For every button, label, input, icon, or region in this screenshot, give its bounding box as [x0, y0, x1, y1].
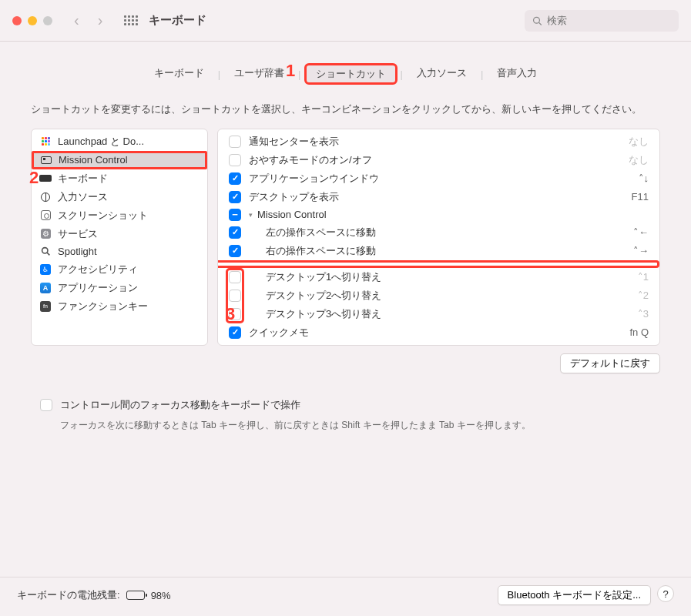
category-label: サービス: [58, 227, 98, 241]
shortcut-checkbox[interactable]: [229, 226, 241, 239]
shortcut-checkbox[interactable]: [229, 326, 241, 339]
shortcut-key[interactable]: なし: [629, 153, 649, 167]
tab-input-sources[interactable]: 入力ソース: [406, 63, 478, 85]
shortcut-row[interactable]: 通知センターを表示なし: [218, 132, 659, 151]
shortcut-row[interactable]: デスクトップ3へ切り替え˄3: [218, 305, 659, 323]
app-icon: [39, 282, 52, 294]
tab-user-dict[interactable]: ユーザ辞書: [223, 63, 295, 85]
shortcut-checkbox[interactable]: [229, 136, 241, 148]
focus-label: コントロール間のフォーカス移動をキーボードで操作: [60, 398, 300, 412]
shortcut-row[interactable]: おやすみモードのオン/オフなし: [218, 151, 659, 169]
back-button[interactable]: ‹: [74, 12, 79, 29]
category-item[interactable]: Spotlight: [32, 243, 207, 260]
category-item[interactable]: ⚙サービス: [32, 225, 207, 243]
shortcut-label: 右の操作スペースに移動: [249, 244, 626, 258]
category-item[interactable]: fnファンクションキー: [32, 297, 207, 316]
shortcut-key[interactable]: ˄2: [638, 290, 649, 301]
category-label: ファンクションキー: [58, 300, 148, 313]
shortcut-key[interactable]: ˄→: [633, 245, 649, 256]
access-icon: ♿︎: [39, 263, 52, 276]
shortcut-checkbox[interactable]: [229, 154, 241, 166]
category-label: スクリーンショット: [58, 209, 148, 223]
annotation-1: 1: [286, 61, 295, 81]
shortcut-key[interactable]: ˄3: [638, 308, 649, 320]
shortcut-key[interactable]: F11: [632, 191, 649, 203]
search-field[interactable]: [525, 10, 679, 32]
shortcut-row[interactable]: デスクトップ2へ切り替え˄2: [218, 286, 659, 305]
battery-icon: [126, 591, 145, 600]
shortcut-row[interactable]: 左の操作スペースに移動˄←: [218, 223, 659, 242]
forward-button: ›: [98, 12, 103, 29]
battery-status: キーボードの電池残量: 98%: [17, 588, 171, 602]
tab-shortcuts[interactable]: ショートカット: [304, 63, 397, 85]
shortcut-row[interactable]: 右の操作スペースに移動˄→: [218, 242, 659, 260]
fn-icon: fn: [39, 300, 52, 313]
svg-line-3: [47, 253, 49, 255]
category-label: アクセシビリティ: [58, 263, 138, 276]
svg-point-0: [534, 17, 540, 23]
category-item[interactable]: Launchpad と Do...: [32, 132, 207, 151]
shortcut-checkbox[interactable]: [229, 290, 241, 302]
help-button[interactable]: ?: [657, 585, 674, 602]
shortcut-row[interactable]: クイックメモfn Q: [218, 323, 659, 342]
category-item[interactable]: ♿︎アクセシビリティ: [32, 260, 207, 279]
category-item[interactable]: 入力ソース: [32, 188, 207, 206]
shortcut-row[interactable]: デスクトップ1へ切り替え˄1: [218, 268, 659, 286]
services-icon: ⚙: [39, 228, 52, 240]
tab-bar: キーボード| ユーザ辞書| ショートカット| 入力ソース| 音声入力: [23, 63, 668, 85]
category-label: Mission Control: [59, 154, 128, 166]
shortcut-label: デスクトップ2へ切り替え: [249, 289, 630, 303]
shortcut-label: アプリケーションウインドウ: [249, 172, 631, 186]
tab-dictation[interactable]: 音声入力: [486, 63, 548, 85]
shortcut-key[interactable]: ˄←: [633, 226, 649, 238]
focus-checkbox[interactable]: [40, 399, 52, 411]
disclosure-triangle[interactable]: ▾: [249, 211, 253, 219]
shortcut-label: おやすみモードのオン/オフ: [249, 153, 621, 167]
bluetooth-setup-button[interactable]: Bluetooth キーボードを設定...: [498, 585, 651, 605]
shortcut-checkbox[interactable]: [229, 191, 241, 203]
shortcut-key[interactable]: fn Q: [629, 326, 649, 338]
category-item[interactable]: キーボード: [32, 169, 207, 188]
shortcut-checkbox[interactable]: [229, 245, 241, 257]
category-item[interactable]: Mission Control: [32, 151, 207, 169]
maximize-button: [43, 16, 52, 25]
shortcut-row[interactable]: ▾Mission Control: [218, 206, 659, 223]
footer: キーボードの電池残量: 98% Bluetooth キーボードを設定... ?: [0, 577, 691, 616]
close-button[interactable]: [12, 16, 22, 25]
annotation-3-box: [217, 260, 659, 268]
shortcut-label: デスクトップ1へ切り替え: [249, 270, 630, 284]
category-label: Spotlight: [58, 246, 97, 257]
shortcut-row[interactable]: アプリケーションウインドウ˄↓: [218, 169, 659, 188]
shortcut-key[interactable]: ˄↓: [639, 172, 649, 184]
mission-icon: [40, 154, 52, 166]
tab-keyboard[interactable]: キーボード: [143, 63, 215, 85]
shortcut-label: Mission Control: [257, 209, 649, 220]
shortcut-checkbox[interactable]: [229, 172, 241, 185]
globe-icon: [39, 191, 52, 203]
category-list: Launchpad と Do...Mission Controlキーボード入力ソ…: [31, 129, 208, 346]
shortcut-checkbox[interactable]: [229, 209, 241, 221]
shortcut-key[interactable]: なし: [629, 135, 649, 149]
annotation-3: 3: [226, 304, 235, 324]
search-icon: [532, 15, 542, 26]
titlebar: ‹ › キーボード: [0, 0, 691, 42]
keyboard-icon: [39, 172, 52, 185]
category-label: アプリケーション: [58, 281, 138, 295]
category-item[interactable]: アプリケーション: [32, 279, 207, 297]
show-all-icon[interactable]: [124, 15, 138, 25]
minimize-button[interactable]: [28, 16, 37, 25]
focus-checkbox-row: コントロール間のフォーカス移動をキーボードで操作: [40, 398, 651, 412]
category-item[interactable]: スクリーンショット: [32, 206, 207, 225]
shortcut-row[interactable]: デスクトップを表示F11: [218, 188, 659, 206]
spotlight-icon: [39, 246, 52, 258]
svg-point-2: [42, 248, 47, 253]
shortcut-label: デスクトップを表示: [249, 190, 624, 204]
restore-defaults-button[interactable]: デフォルトに戻す: [560, 353, 660, 373]
shortcut-list: 通知センターを表示なしおやすみモードのオン/オフなしアプリケーションウインドウ˄…: [217, 129, 660, 346]
launchpad-icon: [39, 136, 52, 148]
shortcut-key[interactable]: ˄1: [638, 271, 649, 283]
shortcut-checkbox[interactable]: [229, 271, 241, 283]
shortcut-label: デスクトップ3へ切り替え: [249, 307, 630, 321]
search-input[interactable]: [547, 15, 671, 26]
annotation-2: 2: [29, 168, 39, 188]
